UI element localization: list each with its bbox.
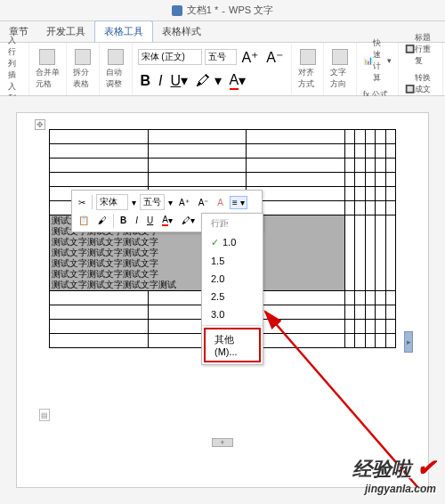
- table-cell[interactable]: [365, 305, 375, 320]
- table-cell[interactable]: [365, 159, 375, 173]
- table-cell[interactable]: [385, 201, 395, 215]
- bold-button[interactable]: B: [138, 71, 154, 91]
- table-cell[interactable]: [365, 201, 375, 215]
- table-cell[interactable]: [50, 130, 149, 144]
- underline-button[interactable]: U ▾: [168, 70, 191, 91]
- mini-underline[interactable]: U: [144, 214, 156, 227]
- table-cell[interactable]: [376, 187, 385, 201]
- mini-style-a[interactable]: A: [214, 196, 226, 209]
- mini-font-color[interactable]: A▾: [159, 213, 175, 228]
- table-cell[interactable]: [376, 159, 385, 173]
- table-cell[interactable]: [344, 130, 354, 144]
- mini-copy-icon[interactable]: 📋: [76, 214, 92, 227]
- table-cell[interactable]: [376, 334, 385, 348]
- table-cell[interactable]: [355, 173, 365, 187]
- table-cell[interactable]: [376, 215, 385, 291]
- table-cell[interactable]: [365, 187, 375, 201]
- mini-italic[interactable]: I: [133, 214, 141, 227]
- tab-dev-tools[interactable]: 开发工具: [37, 21, 94, 42]
- table-cell[interactable]: [376, 130, 385, 144]
- table-cell[interactable]: [355, 201, 365, 215]
- tab-table-style[interactable]: 表格样式: [153, 21, 210, 42]
- table-cell[interactable]: [344, 215, 354, 291]
- mini-font-size[interactable]: 五号: [140, 194, 165, 210]
- table-cell[interactable]: [50, 144, 149, 159]
- line-spacing-1-5[interactable]: 1.5: [202, 252, 263, 270]
- mini-bold[interactable]: B: [117, 214, 129, 227]
- table-cell[interactable]: [355, 215, 365, 291]
- tab-table-tools[interactable]: 表格工具: [94, 20, 153, 42]
- table-cell[interactable]: [365, 320, 375, 334]
- mini-inc-font[interactable]: A⁺: [176, 196, 192, 209]
- table-cell[interactable]: [385, 144, 395, 159]
- table-cell[interactable]: [385, 159, 395, 173]
- table-add-column-handle[interactable]: ▸: [404, 331, 413, 353]
- table-cell[interactable]: [344, 291, 354, 305]
- mini-font-name[interactable]: 宋体: [96, 194, 128, 210]
- table-cell[interactable]: [385, 173, 395, 187]
- line-spacing-2-0[interactable]: 2.0: [202, 270, 263, 288]
- table-cell[interactable]: [355, 291, 365, 305]
- table-cell[interactable]: [376, 305, 385, 320]
- table-cell[interactable]: [376, 144, 385, 159]
- table-cell[interactable]: [344, 305, 354, 320]
- table-cell[interactable]: [385, 320, 395, 334]
- table-cell[interactable]: [385, 305, 395, 320]
- table-cell[interactable]: [385, 130, 395, 144]
- table-cell[interactable]: [365, 173, 375, 187]
- highlight-button[interactable]: 🖍 ▾: [193, 70, 223, 91]
- increase-font-button[interactable]: A⁺: [239, 47, 262, 68]
- table-cell[interactable]: [50, 305, 149, 320]
- table-cell[interactable]: [385, 291, 395, 305]
- table-cell[interactable]: [355, 130, 365, 144]
- line-spacing-1-0[interactable]: 1.0: [202, 233, 263, 252]
- italic-button[interactable]: I: [156, 71, 165, 91]
- table-add-row-handle[interactable]: +: [212, 438, 233, 447]
- table-cell[interactable]: [365, 334, 375, 348]
- insert-rows-cols-button[interactable]: 入行列 插入列: [5, 33, 25, 106]
- header-repeat-button[interactable]: 🔲 标题行重复: [402, 30, 439, 69]
- mini-format-painter-icon[interactable]: 🖌: [95, 214, 109, 227]
- table-cell[interactable]: [148, 144, 247, 159]
- line-spacing-other[interactable]: 其他(M)...: [204, 328, 261, 362]
- autofit-button[interactable]: 自动调整: [103, 47, 128, 92]
- font-size-combo[interactable]: 五号: [205, 49, 237, 65]
- line-spacing-3-0[interactable]: 3.0: [202, 305, 263, 323]
- table-cell[interactable]: [344, 173, 354, 187]
- mini-dec-font[interactable]: A⁻: [196, 196, 212, 209]
- table-cell[interactable]: [50, 334, 149, 348]
- table-cell[interactable]: [344, 201, 354, 215]
- table-cell[interactable]: [355, 187, 365, 201]
- table-cell[interactable]: [148, 173, 247, 187]
- table-cell[interactable]: [344, 334, 354, 348]
- table-cell[interactable]: [365, 130, 375, 144]
- table-cell[interactable]: [344, 320, 354, 334]
- quick-calc-button[interactable]: 📊 快速计算 ▾: [360, 36, 394, 85]
- table-cell[interactable]: [365, 144, 375, 159]
- table-cell[interactable]: [247, 173, 345, 187]
- decrease-font-button[interactable]: A⁻: [263, 47, 286, 68]
- text-direction-button[interactable]: 文字方向: [328, 47, 352, 92]
- table-cell[interactable]: [50, 291, 149, 305]
- table-cell[interactable]: [148, 159, 247, 173]
- mini-cut-icon[interactable]: ✂: [76, 196, 88, 209]
- table-cell[interactable]: [247, 130, 345, 144]
- font-color-button[interactable]: A ▾: [227, 70, 249, 92]
- table-move-handle[interactable]: ✥: [35, 119, 45, 130]
- table-cell[interactable]: [376, 173, 385, 187]
- table-cell[interactable]: [247, 144, 345, 159]
- table-cell[interactable]: [50, 159, 149, 173]
- merge-cells-button[interactable]: 合并单元格: [33, 47, 63, 92]
- table-cell[interactable]: [385, 334, 395, 348]
- table-cell[interactable]: [344, 187, 354, 201]
- table-cell[interactable]: [376, 320, 385, 334]
- split-table-button[interactable]: 拆分表格: [70, 47, 95, 92]
- line-spacing-2-5[interactable]: 2.5: [202, 288, 263, 305]
- table-cell[interactable]: [365, 291, 375, 305]
- align-button[interactable]: 对齐方式: [295, 47, 320, 92]
- table-cell[interactable]: [355, 144, 365, 159]
- table-cell[interactable]: [344, 159, 354, 173]
- table-cell[interactable]: [355, 334, 365, 348]
- table-cell[interactable]: [247, 159, 345, 173]
- table-cell[interactable]: [385, 215, 395, 291]
